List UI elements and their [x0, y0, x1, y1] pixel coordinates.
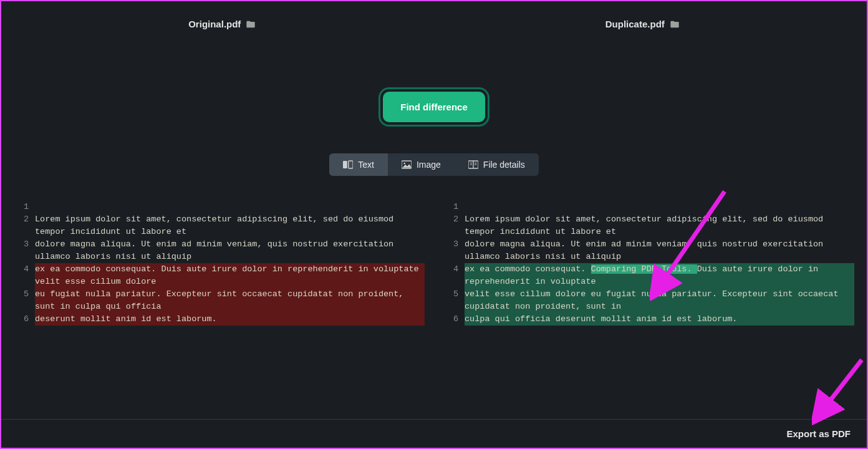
line-text: dolore magna aliqua. Ut enim ad minim ve… [35, 238, 425, 263]
line-number: 4 [443, 263, 458, 288]
file-header: Original.pdf Duplicate.pdf [1, 1, 867, 29]
line-text: dolore magna aliqua. Ut enim ad minim ve… [465, 238, 854, 263]
diff-area: 12Lorem ipsum dolor sit amet, consectetu… [1, 176, 867, 326]
tab-image[interactable]: Image [388, 153, 455, 176]
line-number: 3 [443, 238, 458, 263]
tab-text[interactable]: Text [329, 153, 388, 176]
tab-image-label: Image [417, 160, 441, 170]
diff-line: 1 [14, 201, 425, 213]
tab-details[interactable]: File details [455, 153, 539, 176]
export-pdf-button[interactable]: Export as PDF [786, 428, 851, 439]
line-number: 3 [14, 238, 29, 263]
right-diff-pane: 12Lorem ipsum dolor sit amet, consectetu… [443, 201, 854, 326]
center-controls: Find difference Text Image File details [1, 92, 867, 176]
line-number: 4 [14, 263, 29, 288]
line-number: 5 [14, 288, 29, 313]
diff-line: 3dolore magna aliqua. Ut enim ad minim v… [14, 238, 425, 263]
line-number: 6 [443, 313, 458, 326]
annotation-arrow-icon [812, 357, 868, 425]
line-text: deserunt mollit anim id est laborum. [35, 313, 425, 326]
diff-line: 1 [443, 201, 854, 213]
diff-line: 4ex ea commodo consequat. Duis aute irur… [14, 263, 425, 288]
left-diff-pane: 12Lorem ipsum dolor sit amet, consectetu… [14, 201, 425, 326]
line-text: ex ea commodo consequat. Duis aute irure… [35, 263, 425, 288]
file-icon [246, 19, 256, 29]
line-text [465, 201, 854, 213]
image-icon [402, 160, 412, 169]
line-text: ex ea commodo consequat. Comparing PDF T… [465, 263, 854, 288]
inline-diff-highlight: Comparing PDF Tools. [591, 264, 697, 274]
diff-line: 2Lorem ipsum dolor sit amet, consectetur… [443, 213, 854, 238]
find-difference-button[interactable]: Find difference [383, 92, 485, 122]
diff-line: 5velit esse cillum dolore eu fugiat null… [443, 288, 854, 313]
diff-line: 3dolore magna aliqua. Ut enim ad minim v… [443, 238, 854, 263]
tab-details-label: File details [483, 160, 525, 170]
file-icon [670, 19, 680, 29]
line-number: 1 [443, 201, 458, 213]
line-number: 2 [443, 213, 458, 238]
svg-rect-0 [343, 161, 347, 168]
line-number: 6 [14, 313, 29, 326]
line-text: eu fugiat nulla pariatur. Excepteur sint… [35, 288, 425, 313]
tab-text-label: Text [358, 160, 374, 170]
right-file-label: Duplicate.pdf [605, 19, 680, 29]
diff-line: 6deserunt mollit anim id est laborum. [14, 313, 425, 326]
svg-point-3 [403, 163, 405, 165]
line-text: Lorem ipsum dolor sit amet, consectetur … [465, 213, 854, 238]
diff-line: 5eu fugiat nulla pariatur. Excepteur sin… [14, 288, 425, 313]
line-text: culpa qui officia deserunt mollit anim i… [465, 313, 854, 326]
line-number: 1 [14, 201, 29, 213]
diff-line: 6culpa qui officia deserunt mollit anim … [443, 313, 854, 326]
line-text [35, 201, 425, 213]
footer: Export as PDF [1, 419, 867, 448]
line-number: 5 [443, 288, 458, 313]
line-number: 2 [14, 213, 29, 238]
details-icon [468, 160, 478, 169]
left-file-label: Original.pdf [188, 19, 256, 29]
diff-line: 4ex ea commodo consequat. Comparing PDF … [443, 263, 854, 288]
diff-line: 2Lorem ipsum dolor sit amet, consectetur… [14, 213, 425, 238]
right-file-name: Duplicate.pdf [605, 19, 665, 29]
svg-rect-1 [349, 161, 353, 168]
svg-line-11 [818, 360, 862, 416]
left-file-name: Original.pdf [188, 19, 241, 29]
text-icon [343, 160, 353, 169]
view-tabs: Text Image File details [329, 153, 539, 176]
line-text: Lorem ipsum dolor sit amet, consectetur … [35, 213, 425, 238]
line-text: velit esse cillum dolore eu fugiat nulla… [465, 288, 854, 313]
